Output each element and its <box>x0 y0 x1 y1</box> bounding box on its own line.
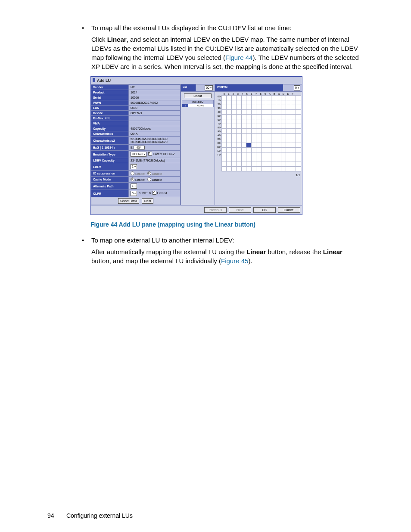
ldev-cell[interactable] <box>237 110 242 115</box>
ldev-cell[interactable] <box>251 124 256 129</box>
ldev-cell[interactable] <box>286 105 291 110</box>
ldev-cell[interactable] <box>276 96 281 100</box>
ldev-cell[interactable] <box>241 119 246 124</box>
ldev-cell[interactable] <box>227 143 232 148</box>
except-openv-checkbox[interactable] <box>148 152 152 156</box>
ldev-cell[interactable] <box>261 119 266 124</box>
ldev-cell[interactable] <box>237 119 242 124</box>
ldev-cell[interactable] <box>276 124 281 129</box>
ldev-cell[interactable] <box>266 157 271 162</box>
ldev-cell[interactable] <box>256 115 262 119</box>
ldev-cell[interactable] <box>227 129 232 134</box>
ldev-cell[interactable] <box>266 167 271 171</box>
ldev-cell[interactable] <box>291 105 296 110</box>
ldev-cell[interactable] <box>281 100 286 105</box>
ldev-cell[interactable] <box>266 138 271 143</box>
ldev-cell[interactable] <box>291 152 296 157</box>
ldev-cell[interactable] <box>276 134 281 138</box>
ldev-cell[interactable] <box>221 129 227 134</box>
ldev-cell[interactable] <box>271 143 276 148</box>
cancel-button[interactable]: Cancel <box>278 207 300 213</box>
ldev-cell[interactable] <box>261 148 266 152</box>
emulation-select[interactable]: OPEN-3 <box>131 152 146 157</box>
ldev-cell[interactable] <box>246 119 252 124</box>
ldev-cell[interactable] <box>286 119 291 124</box>
ldev-cell[interactable] <box>296 162 301 167</box>
ldev-cell[interactable] <box>221 124 227 129</box>
ldev-cell[interactable] <box>237 138 242 143</box>
ldev-cell[interactable] <box>296 138 301 143</box>
ldev-cell[interactable] <box>237 167 242 171</box>
ldev-cell[interactable] <box>251 129 256 134</box>
ldev-cell[interactable] <box>241 134 246 138</box>
ldev-cell[interactable] <box>237 134 242 138</box>
ldev-cell[interactable] <box>221 162 227 167</box>
ldev-cell[interactable] <box>251 134 256 138</box>
ldev-cell[interactable] <box>266 143 271 148</box>
ldev-cell[interactable] <box>256 157 262 162</box>
ldev-cell[interactable] <box>266 148 271 152</box>
ldev-cell[interactable] <box>251 143 256 148</box>
ldev-cell[interactable] <box>241 138 246 143</box>
ldev-cell[interactable] <box>241 148 246 152</box>
ldev-cell[interactable] <box>281 115 286 119</box>
ldev-cell[interactable] <box>246 162 252 167</box>
ldev-cell[interactable] <box>296 96 301 100</box>
ldev-cell[interactable] <box>221 96 227 100</box>
ldev-cell[interactable] <box>271 134 276 138</box>
ldev-cell[interactable] <box>296 110 301 115</box>
ldev-cell[interactable] <box>237 143 242 148</box>
ldev-cell[interactable] <box>246 105 252 110</box>
ldev-cell[interactable] <box>241 105 246 110</box>
ldev-cell[interactable] <box>276 110 281 115</box>
ldev-cell[interactable] <box>286 134 291 138</box>
ldev-cell[interactable] <box>281 105 286 110</box>
ldev-cell[interactable] <box>221 143 227 148</box>
ldev-cell[interactable] <box>281 157 286 162</box>
ldev-cell[interactable] <box>286 167 291 171</box>
ldev-cell[interactable] <box>271 96 276 100</box>
ldev-cell[interactable] <box>231 162 237 167</box>
ldev-cell[interactable] <box>296 134 301 138</box>
ldev-cell[interactable] <box>227 134 232 138</box>
ldev-cell[interactable] <box>237 115 242 119</box>
ldev-cell[interactable] <box>261 157 266 162</box>
ldev-cell[interactable] <box>291 162 296 167</box>
ldev-cell[interactable] <box>261 129 266 134</box>
ldev-cell[interactable] <box>227 105 232 110</box>
ldev-cell[interactable] <box>221 138 227 143</box>
ok-button[interactable]: OK <box>253 207 276 213</box>
ldev-cell[interactable] <box>241 143 246 148</box>
ldev-cell[interactable] <box>266 115 271 119</box>
ldev-cell[interactable] <box>276 162 281 167</box>
altpath-select[interactable]: 1 <box>131 184 137 189</box>
ldev-cell[interactable] <box>286 96 291 100</box>
ldev-cell[interactable] <box>221 100 227 105</box>
ldev-cell[interactable] <box>231 124 237 129</box>
ldev-cell[interactable] <box>276 129 281 134</box>
ldev-cell[interactable] <box>276 119 281 124</box>
ldev-cell[interactable] <box>261 134 266 138</box>
ldev-cell[interactable] <box>251 157 256 162</box>
ldev-cell[interactable] <box>276 167 281 171</box>
clear-button[interactable]: Clear <box>142 198 153 204</box>
ldev-cell[interactable] <box>231 110 237 115</box>
ldev-cell[interactable] <box>256 129 262 134</box>
ldev-select[interactable]: 1 <box>131 164 137 169</box>
ldev-cell[interactable] <box>281 134 286 138</box>
ldev-cell[interactable] <box>291 138 296 143</box>
ldev-cell[interactable] <box>261 152 266 157</box>
ldev-cell[interactable] <box>246 115 252 119</box>
ldev-cell[interactable] <box>291 129 296 134</box>
ldev-cell[interactable] <box>281 167 286 171</box>
ldev-cell[interactable] <box>286 100 291 105</box>
ldev-cell[interactable] <box>276 143 281 148</box>
ldev-cell[interactable] <box>286 124 291 129</box>
ldev-cell[interactable] <box>281 119 286 124</box>
select-paths-button[interactable]: Select Paths <box>118 198 139 204</box>
ldev-cell[interactable] <box>246 100 252 105</box>
clpr-select[interactable]: 0 <box>131 191 137 196</box>
ldev-cell[interactable] <box>291 119 296 124</box>
ldev-cell[interactable] <box>291 134 296 138</box>
ldev-cell[interactable] <box>231 105 237 110</box>
